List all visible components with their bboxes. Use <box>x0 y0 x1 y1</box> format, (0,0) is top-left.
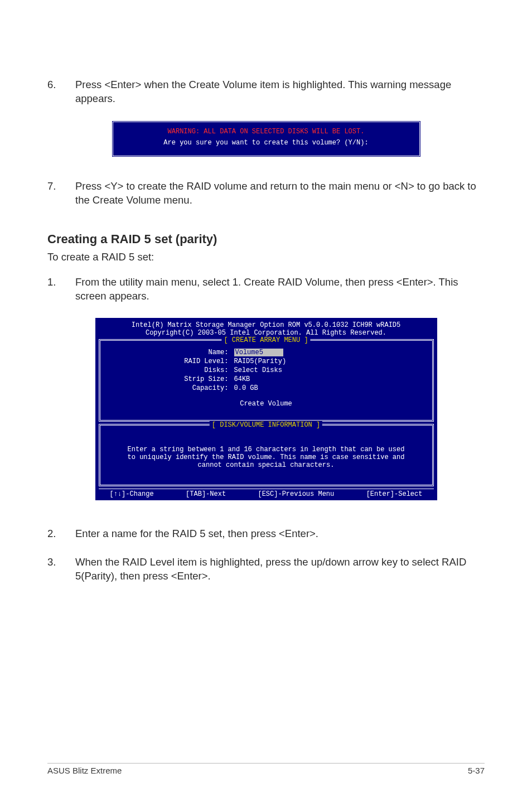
label: Name: <box>106 349 234 356</box>
value: 0.0 GB <box>234 384 258 392</box>
key-change: [↑↓]-Change <box>110 490 154 498</box>
label: Capacity: <box>106 384 234 392</box>
field-capacity: Capacity: 0.0 GB <box>106 384 427 392</box>
warning-line: WARNING: ALL DATA ON SELECTED DISKS WILL… <box>125 128 407 136</box>
page-content: 6. Press <Enter> when the Create Volume … <box>0 0 532 583</box>
step-1: 1. From the utility main menu, select 1.… <box>47 276 485 303</box>
key-prev: [ESC]-Previous Menu <box>258 490 334 498</box>
step-number: 3. <box>47 555 75 583</box>
field-raid-level: RAID Level: RAID5(Parity) <box>106 357 427 365</box>
panel-title: [ CREATE ARRAY MENU ] <box>221 336 310 344</box>
field-name: Name: Volume5 <box>106 349 427 356</box>
value: Select Disks <box>234 366 282 374</box>
step-7: 7. Press <Y> to create the RAID volume a… <box>47 180 485 207</box>
name-input-highlight: Volume5 <box>234 349 283 356</box>
section-heading: Creating a RAID 5 set (parity) <box>47 232 485 247</box>
warning-console-box: WARNING: ALL DATA ON SELECTED DISKS WILL… <box>112 120 421 157</box>
confirm-prompt: Are you sure you want to create this vol… <box>125 139 407 147</box>
value: 64KB <box>234 375 250 383</box>
panel-title: [ DISK/VOLUME INFORMATION ] <box>210 421 322 429</box>
step-text: When the RAID Level item is highlighted,… <box>75 555 485 583</box>
step-number: 7. <box>47 180 75 207</box>
key-select: [Enter]-Select <box>366 490 423 498</box>
field-disks: Disks: Select Disks <box>106 366 427 374</box>
field-strip-size: Strip Size: 64KB <box>106 375 427 383</box>
key-next: [TAB]-Next <box>186 490 226 498</box>
footer-left: ASUS Blitz Extreme <box>47 766 122 775</box>
bios-screenshot: Intel(R) Matrix Storage Manager Option R… <box>95 318 437 500</box>
value: Volume5 <box>234 349 283 356</box>
step-6: 6. Press <Enter> when the Create Volume … <box>47 78 485 106</box>
bios-header: Intel(R) Matrix Storage Manager Option R… <box>95 318 437 338</box>
info-text: Enter a string between 1 and 16 characte… <box>106 433 427 472</box>
disk-volume-info-panel: [ DISK/VOLUME INFORMATION ] Enter a stri… <box>99 424 434 486</box>
step-number: 2. <box>47 527 75 541</box>
section-intro: To create a RAID 5 set: <box>47 251 485 263</box>
label: RAID Level: <box>106 357 234 365</box>
create-volume-action: Create Volume <box>106 400 427 408</box>
step-text: Press <Enter> when the Create Volume ite… <box>75 78 485 106</box>
bios-title-line2: Copyright(C) 2003-05 Intel Corporation. … <box>95 329 437 337</box>
step-text: From the utility main menu, select 1. Cr… <box>75 276 485 303</box>
step-2: 2. Enter a name for the RAID 5 set, then… <box>47 527 485 541</box>
step-3: 3. When the RAID Level item is highlight… <box>47 555 485 583</box>
label: Strip Size: <box>106 375 234 383</box>
create-array-menu-panel: [ CREATE ARRAY MENU ] Name: Volume5 RAID… <box>99 339 434 422</box>
page-footer: ASUS Blitz Extreme 5-37 <box>47 763 485 775</box>
bios-footer-keys: [↑↓]-Change [TAB]-Next [ESC]-Previous Me… <box>99 489 434 500</box>
step-text: Press <Y> to create the RAID volume and … <box>75 180 485 207</box>
value: RAID5(Parity) <box>234 357 287 365</box>
footer-right: 5-37 <box>468 766 485 775</box>
step-number: 1. <box>47 276 75 303</box>
label: Disks: <box>106 366 234 374</box>
bios-title-line1: Intel(R) Matrix Storage Manager Option R… <box>95 321 437 329</box>
step-text: Enter a name for the RAID 5 set, then pr… <box>75 527 485 541</box>
step-number: 6. <box>47 78 75 106</box>
